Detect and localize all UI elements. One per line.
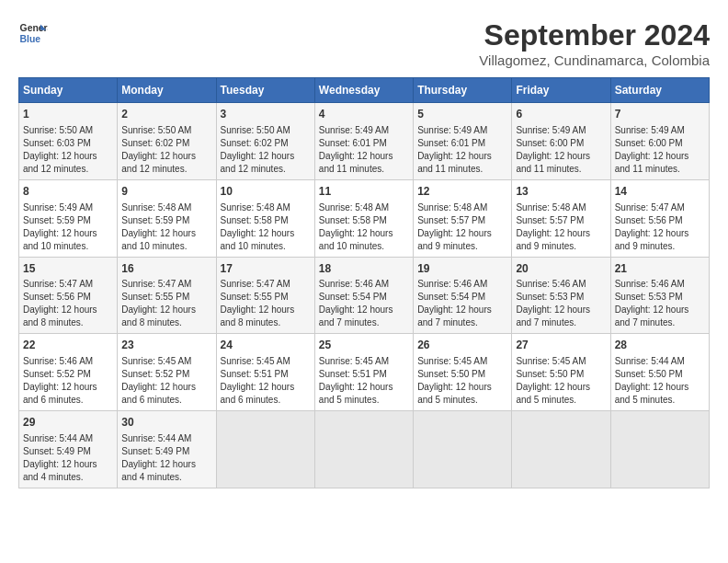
day-header-friday: Friday xyxy=(512,78,610,103)
calendar-cell: 20 Sunrise: 5:46 AMSunset: 5:53 PMDaylig… xyxy=(512,257,610,334)
cell-day: 14 xyxy=(615,184,705,200)
calendar-cell xyxy=(216,411,314,488)
cell-day: 16 xyxy=(121,261,211,277)
day-header-wednesday: Wednesday xyxy=(314,78,413,103)
cell-info: Sunrise: 5:50 AMSunset: 6:03 PMDaylight:… xyxy=(23,124,113,176)
cell-day: 29 xyxy=(23,415,113,431)
calendar-cell: 10 Sunrise: 5:48 AMSunset: 5:58 PMDaylig… xyxy=(216,179,314,257)
calendar-cell: 4 Sunrise: 5:49 AMSunset: 6:01 PMDayligh… xyxy=(314,103,413,180)
calendar-cell: 17 Sunrise: 5:47 AMSunset: 5:55 PMDaylig… xyxy=(216,257,314,334)
cell-info: Sunrise: 5:45 AMSunset: 5:50 PMDaylight:… xyxy=(516,355,606,407)
calendar-cell: 16 Sunrise: 5:47 AMSunset: 5:55 PMDaylig… xyxy=(118,257,216,334)
cell-info: Sunrise: 5:47 AMSunset: 5:55 PMDaylight:… xyxy=(221,278,311,329)
cell-info: Sunrise: 5:48 AMSunset: 5:58 PMDaylight:… xyxy=(319,201,409,253)
cell-day: 1 xyxy=(23,107,113,122)
cell-info: Sunrise: 5:44 AMSunset: 5:50 PMDaylight:… xyxy=(615,355,705,407)
cell-day: 21 xyxy=(615,261,705,277)
cell-day: 23 xyxy=(121,338,211,353)
calendar-cell: 29 Sunrise: 5:44 AMSunset: 5:49 PMDaylig… xyxy=(19,411,118,488)
cell-day: 15 xyxy=(23,261,113,277)
cell-day: 22 xyxy=(23,338,113,353)
calendar-week-5: 29 Sunrise: 5:44 AMSunset: 5:49 PMDaylig… xyxy=(19,411,710,488)
cell-info: Sunrise: 5:49 AMSunset: 6:00 PMDaylight:… xyxy=(516,124,606,176)
cell-day: 12 xyxy=(417,184,507,200)
cell-day: 11 xyxy=(319,184,409,200)
calendar-week-1: 1 Sunrise: 5:50 AMSunset: 6:03 PMDayligh… xyxy=(19,103,710,180)
calendar-cell: 13 Sunrise: 5:48 AMSunset: 5:57 PMDaylig… xyxy=(512,179,610,257)
cell-day: 6 xyxy=(516,107,606,122)
calendar-cell: 9 Sunrise: 5:48 AMSunset: 5:59 PMDayligh… xyxy=(118,179,216,257)
calendar-cell: 15 Sunrise: 5:47 AMSunset: 5:56 PMDaylig… xyxy=(19,257,118,334)
calendar-cell: 28 Sunrise: 5:44 AMSunset: 5:50 PMDaylig… xyxy=(610,334,709,411)
cell-day: 4 xyxy=(319,107,409,122)
calendar-cell: 11 Sunrise: 5:48 AMSunset: 5:58 PMDaylig… xyxy=(314,179,413,257)
cell-day: 9 xyxy=(121,184,211,200)
cell-day: 7 xyxy=(615,107,705,122)
calendar-cell: 26 Sunrise: 5:45 AMSunset: 5:50 PMDaylig… xyxy=(414,334,512,411)
calendar-cell: 25 Sunrise: 5:45 AMSunset: 5:51 PMDaylig… xyxy=(314,334,413,411)
cell-info: Sunrise: 5:49 AMSunset: 6:00 PMDaylight:… xyxy=(615,124,705,176)
calendar-cell xyxy=(314,411,413,488)
cell-day: 28 xyxy=(615,338,705,353)
day-header-saturday: Saturday xyxy=(610,78,709,103)
calendar-cell: 5 Sunrise: 5:49 AMSunset: 6:01 PMDayligh… xyxy=(414,103,512,180)
page-title: September 2024 xyxy=(479,18,710,52)
calendar-cell: 2 Sunrise: 5:50 AMSunset: 6:02 PMDayligh… xyxy=(118,103,216,180)
cell-day: 25 xyxy=(319,338,409,353)
calendar-cell: 6 Sunrise: 5:49 AMSunset: 6:00 PMDayligh… xyxy=(512,103,610,180)
calendar-cell: 23 Sunrise: 5:45 AMSunset: 5:52 PMDaylig… xyxy=(118,334,216,411)
calendar-cell xyxy=(512,411,610,488)
cell-info: Sunrise: 5:49 AMSunset: 6:01 PMDaylight:… xyxy=(417,124,507,176)
calendar-cell: 24 Sunrise: 5:45 AMSunset: 5:51 PMDaylig… xyxy=(216,334,314,411)
calendar-body: 1 Sunrise: 5:50 AMSunset: 6:03 PMDayligh… xyxy=(19,103,710,488)
page-subtitle: Villagomez, Cundinamarca, Colombia xyxy=(479,52,710,68)
calendar-cell: 7 Sunrise: 5:49 AMSunset: 6:00 PMDayligh… xyxy=(610,103,709,180)
cell-day: 13 xyxy=(516,184,606,200)
page-header: General Blue September 2024 Villagomez, … xyxy=(18,18,710,68)
calendar-cell: 27 Sunrise: 5:45 AMSunset: 5:50 PMDaylig… xyxy=(512,334,610,411)
cell-info: Sunrise: 5:45 AMSunset: 5:50 PMDaylight:… xyxy=(417,355,507,407)
cell-day: 17 xyxy=(221,261,311,277)
cell-info: Sunrise: 5:49 AMSunset: 6:01 PMDaylight:… xyxy=(319,124,409,176)
cell-day: 30 xyxy=(121,415,211,431)
calendar-cell: 1 Sunrise: 5:50 AMSunset: 6:03 PMDayligh… xyxy=(19,103,118,180)
cell-info: Sunrise: 5:49 AMSunset: 5:59 PMDaylight:… xyxy=(23,201,113,253)
calendar-cell: 30 Sunrise: 5:44 AMSunset: 5:49 PMDaylig… xyxy=(118,411,216,488)
calendar-header-row: SundayMondayTuesdayWednesdayThursdayFrid… xyxy=(19,78,710,103)
day-header-monday: Monday xyxy=(118,78,216,103)
calendar-cell xyxy=(414,411,512,488)
cell-info: Sunrise: 5:46 AMSunset: 5:54 PMDaylight:… xyxy=(417,278,507,329)
cell-info: Sunrise: 5:50 AMSunset: 6:02 PMDaylight:… xyxy=(121,124,211,176)
cell-info: Sunrise: 5:45 AMSunset: 5:52 PMDaylight:… xyxy=(121,355,211,407)
cell-day: 10 xyxy=(221,184,311,200)
cell-info: Sunrise: 5:50 AMSunset: 6:02 PMDaylight:… xyxy=(221,124,311,176)
cell-info: Sunrise: 5:48 AMSunset: 5:57 PMDaylight:… xyxy=(417,201,507,253)
cell-info: Sunrise: 5:47 AMSunset: 5:56 PMDaylight:… xyxy=(615,201,705,253)
title-block: September 2024 Villagomez, Cundinamarca,… xyxy=(479,18,710,68)
calendar-cell: 14 Sunrise: 5:47 AMSunset: 5:56 PMDaylig… xyxy=(610,179,709,257)
day-header-sunday: Sunday xyxy=(19,78,118,103)
cell-info: Sunrise: 5:48 AMSunset: 5:57 PMDaylight:… xyxy=(516,201,606,253)
calendar-week-2: 8 Sunrise: 5:49 AMSunset: 5:59 PMDayligh… xyxy=(19,179,710,257)
cell-day: 24 xyxy=(221,338,311,353)
cell-info: Sunrise: 5:44 AMSunset: 5:49 PMDaylight:… xyxy=(121,432,211,484)
cell-info: Sunrise: 5:46 AMSunset: 5:53 PMDaylight:… xyxy=(615,278,705,329)
cell-day: 26 xyxy=(417,338,507,353)
cell-info: Sunrise: 5:44 AMSunset: 5:49 PMDaylight:… xyxy=(23,432,113,484)
calendar-week-4: 22 Sunrise: 5:46 AMSunset: 5:52 PMDaylig… xyxy=(19,334,710,411)
cell-info: Sunrise: 5:47 AMSunset: 5:56 PMDaylight:… xyxy=(23,278,113,329)
cell-day: 19 xyxy=(417,261,507,277)
cell-day: 27 xyxy=(516,338,606,353)
logo-icon: General Blue xyxy=(18,18,48,48)
calendar-cell: 3 Sunrise: 5:50 AMSunset: 6:02 PMDayligh… xyxy=(216,103,314,180)
cell-info: Sunrise: 5:45 AMSunset: 5:51 PMDaylight:… xyxy=(319,355,409,407)
cell-day: 3 xyxy=(221,107,311,122)
cell-info: Sunrise: 5:45 AMSunset: 5:51 PMDaylight:… xyxy=(221,355,311,407)
cell-day: 2 xyxy=(121,107,211,122)
day-header-thursday: Thursday xyxy=(414,78,512,103)
cell-info: Sunrise: 5:47 AMSunset: 5:55 PMDaylight:… xyxy=(121,278,211,329)
cell-day: 18 xyxy=(319,261,409,277)
cell-day: 20 xyxy=(516,261,606,277)
cell-info: Sunrise: 5:46 AMSunset: 5:53 PMDaylight:… xyxy=(516,278,606,329)
calendar-table: SundayMondayTuesdayWednesdayThursdayFrid… xyxy=(18,77,710,488)
